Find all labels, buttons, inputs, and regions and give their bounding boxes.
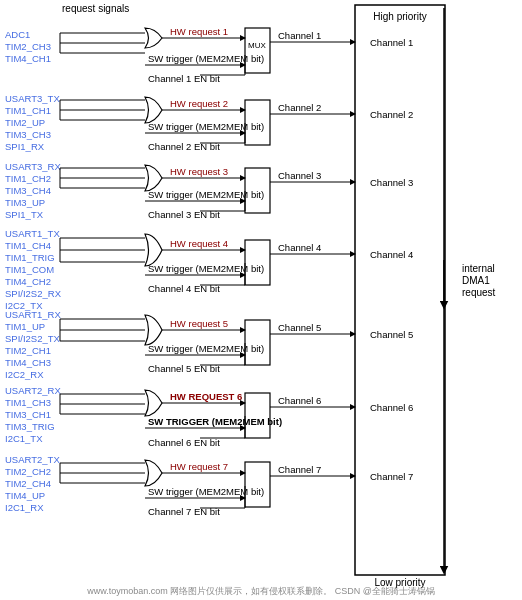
ch7-input-2: TIM2_CH2: [5, 466, 51, 477]
ch3-channel-label: Channel 3: [278, 170, 321, 181]
ch5-sw-label: SW trigger (MEM2MEM bit): [148, 343, 264, 354]
ch4-box-label: Channel 4: [370, 249, 413, 260]
ch7-box-label: Channel 7: [370, 471, 413, 482]
ch1-mux: MUX: [248, 41, 266, 50]
ch2-box-label: Channel 2: [370, 109, 413, 120]
ch3-input-2: TIM1_CH2: [5, 173, 51, 184]
ch7-sw-label: SW trigger (MEM2MEM bit): [148, 486, 264, 497]
ch5-input-5: TIM4_CH3: [5, 357, 51, 368]
ch2-input-3: TIM2_UP: [5, 117, 45, 128]
ch4-input-2: TIM1_CH4: [5, 240, 51, 251]
ch3-sw-label: SW trigger (MEM2MEM bit): [148, 189, 264, 200]
ch2-input-4: TIM3_CH3: [5, 129, 51, 140]
ch7-input-4: TIM4_UP: [5, 490, 45, 501]
ch7-hw-label: HW request 7: [170, 461, 228, 472]
ch4-input-5: TIM4_CH2: [5, 276, 51, 287]
ch5-input-4: TIM2_CH1: [5, 345, 51, 356]
ch6-box-label: Channel 6: [370, 402, 413, 413]
ch5-box-label: Channel 5: [370, 329, 413, 340]
ch7-input-3: TIM2_CH4: [5, 478, 51, 489]
ch6-en-label: Channel 6 EN bit: [148, 437, 220, 448]
ch5-input-2: TIM1_UP: [5, 321, 45, 332]
ch4-sw-label: SW trigger (MEM2MEM bit): [148, 263, 264, 274]
ch2-hw-label: HW request 2: [170, 98, 228, 109]
ch3-hw-label: HW request 3: [170, 166, 228, 177]
ch4-channel-label: Channel 4: [278, 242, 321, 253]
ch6-hw-label: HW REQUEST 6: [170, 391, 242, 402]
ch2-input-1: USART3_TX: [5, 93, 60, 104]
ch6-input-2: TIM1_CH3: [5, 397, 51, 408]
ch3-box-label: Channel 3: [370, 177, 413, 188]
ch5-input-1: USART1_RX: [5, 309, 61, 320]
header-label: request signals: [62, 3, 129, 14]
ch4-input-4: TIM1_COM: [5, 264, 54, 275]
ch1-input-3: TIM4_CH1: [5, 53, 51, 64]
ch2-channel-label: Channel 2: [278, 102, 321, 113]
request-label: request: [462, 287, 496, 298]
ch1-box-label: Channel 1: [370, 37, 413, 48]
ch7-channel-label: Channel 7: [278, 464, 321, 475]
ch5-channel-label: Channel 5: [278, 322, 321, 333]
ch6-input-3: TIM3_CH1: [5, 409, 51, 420]
ch2-sw-label: SW trigger (MEM2MEM bit): [148, 121, 264, 132]
ch6-input-5: I2C1_TX: [5, 433, 43, 444]
ch3-input-3: TIM3_CH4: [5, 185, 51, 196]
internal-label: internal: [462, 263, 495, 274]
ch1-hw-label: HW request 1: [170, 26, 228, 37]
ch3-input-4: TIM3_UP: [5, 197, 45, 208]
ch3-input-1: USART3_RX: [5, 161, 61, 172]
ch1-sw-label: SW trigger (MEM2MEM bit): [148, 53, 264, 64]
ch2-input-5: SPI1_RX: [5, 141, 45, 152]
ch4-input-6: SPI/I2S2_RX: [5, 288, 62, 299]
ch4-input-1: USART1_TX: [5, 228, 60, 239]
ch5-input-6: I2C2_RX: [5, 369, 44, 380]
main-diagram: request signals High priority Low priori…: [0, 0, 522, 600]
ch7-input-5: I2C1_RX: [5, 502, 44, 513]
ch6-channel-label: Channel 6: [278, 395, 321, 406]
watermark: www.toymoban.com 网络图片仅供展示，如有侵权联系删除。 CSDN…: [0, 585, 522, 598]
ch1-input-1: ADC1: [5, 29, 30, 40]
dma1-label: DMA1: [462, 275, 490, 286]
high-priority-label: High priority: [373, 11, 426, 22]
ch6-input-4: TIM3_TRIG: [5, 421, 55, 432]
diagram-container: request signals High priority Low priori…: [0, 0, 522, 600]
ch4-hw-label: HW request 4: [170, 238, 228, 249]
ch3-input-5: SPI1_TX: [5, 209, 44, 220]
ch6-sw-label: SW TRIGGER (MEM2MEM bit): [148, 416, 282, 427]
ch7-input-1: USART2_TX: [5, 454, 60, 465]
ch2-input-2: TIM1_CH1: [5, 105, 51, 116]
ch1-channel-label: Channel 1: [278, 30, 321, 41]
ch6-input-1: USART2_RX: [5, 385, 61, 396]
ch4-input-3: TIM1_TRIG: [5, 252, 55, 263]
ch5-input-3: SPI/I2S2_TX: [5, 333, 61, 344]
ch1-input-2: TIM2_CH3: [5, 41, 51, 52]
ch5-hw-label: HW request 5: [170, 318, 228, 329]
